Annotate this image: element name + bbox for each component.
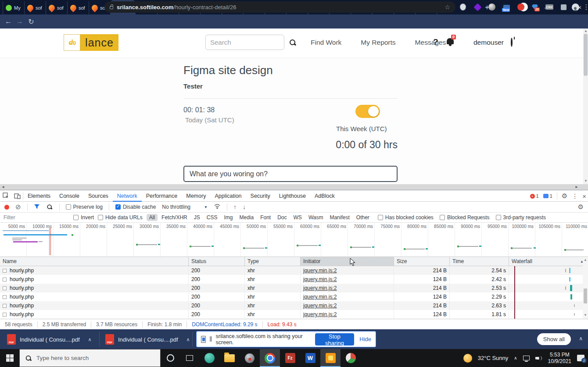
download-item[interactable]: PDF Individual ( Consu....pdf ∧	[7, 333, 92, 346]
username[interactable]: demouser	[473, 39, 504, 46]
download-menu-chevron-icon[interactable]: ∧	[186, 337, 190, 342]
taskbar-clock[interactable]: 5:53 PM 10/9/2021	[548, 352, 571, 365]
task-description-input[interactable]	[183, 166, 398, 182]
devtools-tab[interactable]: AdBlock	[310, 190, 339, 202]
page-vertical-scrollbar[interactable]: ▲ ▼	[583, 29, 588, 184]
resource-type-filter[interactable]: Media	[237, 214, 256, 221]
shield-extension-icon[interactable]	[458, 2, 468, 12]
network-table-scrollbar[interactable]: ▲ ▼	[583, 257, 588, 319]
column-header-size[interactable]: Size	[394, 257, 450, 266]
site-nav-link[interactable]: Messages	[415, 39, 446, 46]
help-icon[interactable]: ?	[433, 37, 438, 47]
browser-menu-icon[interactable]: ⋮	[581, 2, 588, 12]
disable-cache-checkbox[interactable]: Disable cache	[115, 204, 156, 210]
back-button[interactable]: ←	[3, 18, 14, 25]
timer-toggle[interactable]	[355, 105, 380, 118]
device-toolbar-icon[interactable]	[11, 193, 23, 199]
devtools-tab[interactable]: Elements	[23, 190, 55, 202]
record-network-log-button[interactable]	[4, 205, 9, 210]
network-overview-timeline[interactable]: 5000 ms 10000 ms 15000 ms 20000 ms 25000…	[0, 223, 588, 257]
devtools-tab[interactable]: Network	[113, 190, 142, 202]
capture-app-icon[interactable]	[320, 349, 341, 367]
network-settings-gear-icon[interactable]: ⚙	[578, 203, 584, 211]
request-name-cell[interactable]: hourly.php	[0, 292, 189, 301]
resource-type-filter[interactable]: Font	[258, 214, 273, 221]
network-request-row[interactable]: hourly.php 200 xhr jquery.min.js:2 214 B…	[0, 266, 588, 275]
network-conditions-icon[interactable]	[214, 203, 221, 210]
devtools-tab[interactable]: Lighthouse	[275, 190, 310, 202]
volume-tray-icon[interactable]	[535, 355, 542, 361]
column-header-waterfall[interactable]: Waterfall	[509, 257, 588, 266]
request-name-cell[interactable]: hourly.php	[0, 266, 189, 275]
sublime-icon[interactable]	[199, 349, 219, 367]
request-name-cell[interactable]: hourly.php	[0, 301, 189, 310]
show-all-downloads-button[interactable]: Show all	[537, 333, 571, 345]
resource-type-filter[interactable]: Manifest	[327, 214, 352, 221]
sphere-app-icon[interactable]	[240, 349, 260, 367]
inspect-element-icon[interactable]	[0, 192, 11, 199]
sphere-extension-icon[interactable]	[487, 2, 497, 12]
resource-type-filter[interactable]: WS	[291, 214, 305, 221]
site-nav-link[interactable]: Find Work	[311, 39, 341, 46]
show-all-chevron-icon[interactable]: ∧	[579, 335, 583, 342]
network-filter-input[interactable]	[4, 214, 69, 221]
filter-checkbox[interactable]: 3rd-party requests	[496, 214, 546, 221]
export-har-icon[interactable]: ↓	[243, 203, 246, 210]
site-logo[interactable]: ஸ் lance	[64, 34, 118, 51]
lock-icon[interactable]	[110, 6, 113, 9]
initiator-link[interactable]: jquery.min.js:2	[303, 267, 337, 274]
scroll-left-icon[interactable]: ◄	[1, 185, 5, 189]
file-explorer-icon[interactable]	[219, 349, 240, 367]
clear-network-log-icon[interactable]: ⊘	[15, 203, 21, 211]
download-item[interactable]: PDF Individual ( Consu....pdf ∧	[105, 333, 190, 346]
request-name-cell[interactable]: hourly.php	[0, 284, 189, 292]
chrome-ball-icon[interactable]	[341, 349, 361, 367]
request-name-cell[interactable]: hourly.php	[0, 275, 189, 284]
forward-button[interactable]: →	[14, 18, 25, 25]
resource-type-filter[interactable]: CSS	[204, 214, 220, 221]
word-icon[interactable]: W	[300, 349, 320, 367]
download-filename[interactable]: Individual ( Consu....pdf	[20, 336, 80, 343]
hide-sharing-link[interactable]: Hide	[359, 336, 371, 342]
hide-data-urls-checkbox[interactable]: Hide data URLs	[98, 214, 143, 221]
scroll-down-icon[interactable]: ▼	[584, 313, 587, 317]
filezilla-icon[interactable]: Fz	[280, 349, 300, 367]
stop-sharing-button[interactable]: Stop sharing	[315, 333, 355, 346]
request-name-cell[interactable]: hourly.php	[0, 310, 189, 319]
resource-type-filter[interactable]: Doc	[275, 214, 289, 221]
scroll-up-icon[interactable]: ▲	[584, 258, 587, 262]
new-extension-icon[interactable]: New	[502, 2, 511, 12]
reload-button[interactable]: ↻	[25, 18, 37, 26]
filter-checkbox[interactable]: Blocked Requests	[440, 214, 490, 221]
browser-tab[interactable]: My	[3, 1, 24, 14]
resource-type-filter[interactable]: JS	[191, 214, 203, 221]
address-bar[interactable]: srilance.softileo.com/hourly-contract-de…	[104, 1, 455, 13]
invert-checkbox[interactable]: Invert	[73, 214, 94, 221]
site-nav-link[interactable]: My Reports	[361, 39, 395, 46]
import-har-icon[interactable]: ↑	[233, 203, 237, 210]
network-request-row[interactable]: hourly.php 200 xhr jquery.min.js:2 124 B…	[0, 310, 588, 319]
chrome-icon[interactable]	[260, 349, 280, 367]
scroll-right-icon[interactable]: ►	[575, 185, 578, 189]
site-search-input[interactable]	[205, 35, 284, 50]
browser-tab[interactable]: sof	[24, 1, 46, 14]
initiator-link[interactable]: jquery.min.js:2	[303, 276, 337, 282]
column-header-time[interactable]: Time	[450, 257, 509, 266]
initiator-link[interactable]: jquery.min.js:2	[303, 303, 337, 309]
download-menu-chevron-icon[interactable]: ∧	[88, 337, 92, 342]
devtools-tab[interactable]: Application	[210, 190, 246, 202]
browser-tab[interactable]: sof	[46, 1, 67, 14]
weather-text[interactable]: 32°C Sunny	[478, 355, 509, 361]
column-header-status[interactable]: Status	[189, 257, 245, 266]
initiator-link[interactable]: jquery.min.js:2	[303, 294, 337, 300]
network-request-row[interactable]: hourly.php 200 xhr jquery.min.js:2 124 B…	[0, 275, 588, 284]
console-errors-badge[interactable]: ×1	[530, 193, 539, 199]
filter-checkbox[interactable]: Has blocked cookies	[378, 214, 434, 221]
weather-sun-icon[interactable]	[463, 354, 472, 363]
profile-avatar[interactable]	[570, 2, 580, 12]
devtools-tab[interactable]: Performance	[142, 190, 182, 202]
resource-type-filter[interactable]: Wasm	[306, 214, 326, 221]
purple-extension-icon[interactable]	[473, 2, 482, 12]
cortana-button[interactable]	[161, 349, 180, 367]
resource-type-filter[interactable]: Other	[354, 214, 372, 221]
